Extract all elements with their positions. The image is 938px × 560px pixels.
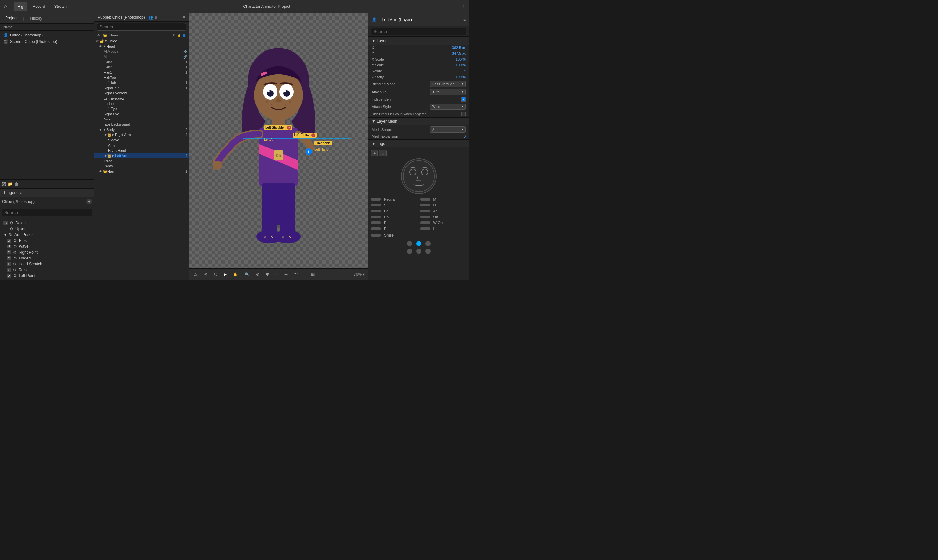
viseme-dot-5[interactable] [425, 249, 431, 254]
trigger-default[interactable]: S ⚙ Default [1, 220, 93, 226]
tag-btn-grid[interactable]: ⊞ [379, 150, 387, 156]
grid-view[interactable]: ▦ [309, 271, 317, 278]
nav-rig[interactable]: Rig [14, 2, 27, 11]
tree-item-hair[interactable]: 👁 👑 Hair 1 [94, 169, 189, 174]
props-search-input[interactable] [371, 28, 467, 35]
triggers-add-icon[interactable]: + [86, 198, 92, 205]
circle-tool[interactable]: ◎ [202, 271, 209, 278]
tab-project[interactable]: Project [3, 15, 19, 22]
project-item-scene[interactable]: 🎬 Scene - Chloe (Photoshop) [1, 38, 93, 45]
magnifier-tool[interactable]: 🔍 [243, 271, 251, 278]
puppet-col-headers: 👁 👑 Name ⚙ 🔒 👤 [94, 32, 189, 38]
tree-item-left-arm[interactable]: 👁 👑 ▶ Left Arm 4 [94, 153, 189, 158]
tree-item-lefthair[interactable]: LeftHair 1 [94, 80, 189, 85]
tree-item-right-eyebrow[interactable]: Right Eyebrow [94, 91, 189, 96]
vis-icon: 👁 [103, 154, 107, 158]
tags-header[interactable]: ▼ Tags [368, 140, 469, 148]
warp-tool[interactable]: ↭ [282, 271, 290, 278]
pentagon-tool[interactable]: ⬡ [212, 271, 219, 278]
puppet-header: Puppet: Chloe (Photoshop) 👥 9 ≡ [94, 13, 189, 22]
viseme-dot-2[interactable] [407, 249, 412, 254]
attach-style-dropdown[interactable]: Weld ▾ [430, 103, 466, 110]
new-item-icon[interactable]: 🖼 [2, 182, 6, 186]
project-item-chloe[interactable]: 👤 Chloe (Photoshop) [1, 32, 93, 38]
puppet-search-input[interactable] [97, 23, 186, 31]
tree-item-hair3[interactable]: Hair3 1 [94, 59, 189, 65]
home-icon[interactable]: ⌂ [4, 3, 7, 9]
attach-to-dropdown[interactable]: Auto ▾ [430, 89, 466, 95]
tree-item-head[interactable]: 👁 ▼ Head [94, 44, 189, 49]
viseme-dot-1[interactable] [407, 241, 412, 246]
mesh-tool[interactable]: ⌗ [274, 271, 280, 278]
folder-icon[interactable]: 📁 [8, 182, 13, 186]
prop-value[interactable]: 0 ° [461, 69, 466, 73]
layer-mesh-header[interactable]: ▼ Layer Mesh [368, 117, 469, 125]
tree-item-righthair[interactable]: RightHair 1 [94, 85, 189, 91]
zoom-dropdown-icon[interactable]: ▾ [363, 272, 365, 277]
blending-mode-dropdown[interactable]: Pass Through ▾ [430, 81, 466, 87]
record-tool[interactable]: ⊙ [254, 271, 261, 278]
trigger-left-point[interactable]: U ⚙ Left Point [5, 273, 93, 279]
link-icon: 🔗 [183, 50, 187, 53]
physics-tool[interactable]: 〜 [292, 270, 300, 278]
viseme-dot-3[interactable] [416, 249, 422, 254]
tree-item-pants[interactable]: Pants [94, 163, 189, 169]
trigger-right-point[interactable]: E ⚙ Right Point [5, 249, 93, 255]
trigger-arm-poses-group[interactable]: ▼ ↻ Arm Poses [1, 232, 93, 238]
tree-item-face-background[interactable]: face background [94, 122, 189, 127]
prop-value[interactable]: 100 % [456, 63, 466, 67]
prop-value[interactable]: 0 [464, 134, 466, 138]
nav-record[interactable]: Record [29, 2, 49, 11]
trigger-upset[interactable]: ⚙ Upset [1, 226, 93, 232]
trigger-wave[interactable]: N ⚙ Wave [5, 243, 93, 249]
tree-item-hair2[interactable]: Hair2 1 [94, 65, 189, 70]
tree-item-right-eye[interactable]: Right Eye [94, 111, 189, 117]
independent-checkbox[interactable]: ✓ [461, 97, 466, 102]
tree-item-chloe[interactable]: 👁 👑 ▼ Chloe [94, 38, 189, 44]
tree-item-left-eyebrow[interactable]: Left Eyebrow [94, 96, 189, 101]
tree-item-right-arm[interactable]: 👁 👑 ▶ Right Arm 4 [94, 132, 189, 137]
tree-item-right-hand[interactable]: Right Hand [94, 148, 189, 153]
tree-item-nose[interactable]: Nose [94, 117, 189, 122]
hand-tool[interactable]: ✋ [231, 271, 240, 278]
tree-item-left-eye[interactable]: Left Eye [94, 106, 189, 111]
prop-value[interactable]: 100 % [456, 75, 466, 79]
trigger-hips[interactable]: Q ⚙ Hips [5, 238, 93, 243]
tag-btn-a[interactable]: A [371, 150, 378, 156]
prop-value[interactable]: 362.5 px [452, 46, 466, 49]
tab-history[interactable]: History [28, 15, 44, 21]
tree-item-hairtop[interactable]: HairTop [94, 75, 189, 80]
tree-item-lashes[interactable]: Lashes [94, 101, 189, 106]
tree-item-mouth[interactable]: Mouth 🔗 [94, 54, 189, 59]
svg-text:×: × [264, 234, 266, 239]
tree-label: LeftHair [103, 81, 184, 85]
triggers-menu-icon[interactable]: ≡ [20, 191, 22, 195]
trigger-head-scratch[interactable]: T ⚙ Head Scratch [5, 261, 93, 267]
tree-item-torso[interactable]: Torso [94, 158, 189, 163]
tree-item-altmouth[interactable]: AltMouth 🔗 [94, 49, 189, 54]
svg-text:×: × [288, 234, 291, 239]
export-icon[interactable]: ↑ [462, 3, 465, 9]
prop-value[interactable]: -347.5 px [451, 51, 466, 55]
hide-others-checkbox[interactable] [461, 112, 466, 116]
canvas-area[interactable]: Ch [189, 13, 368, 268]
viseme-dot-4[interactable] [425, 241, 431, 246]
delete-icon[interactable]: 🗑 [15, 182, 18, 186]
pointer-tool[interactable]: ▶ [222, 271, 229, 278]
tree-item-sleeve[interactable]: Sleeve [94, 137, 189, 143]
mesh-shape-dropdown[interactable]: Auto ▾ [430, 126, 466, 132]
tree-item-body[interactable]: 👁 ▼ Body 2 [94, 127, 189, 132]
prop-value[interactable]: 100 % [456, 57, 466, 61]
tree-item-hair1[interactable]: Hair1 1 [94, 70, 189, 75]
trigger-folded[interactable]: R ⚙ Folded [5, 255, 93, 261]
warning-icon[interactable]: ⚠ [192, 271, 200, 278]
props-menu-icon[interactable]: ≡ [464, 17, 466, 22]
layer-section-header[interactable]: ▼ Layer [368, 37, 469, 45]
trigger-raise[interactable]: Y ⚙ Raise [5, 267, 93, 273]
tree-item-arm[interactable]: Arm [94, 143, 189, 148]
viseme-dot-active[interactable] [416, 241, 422, 246]
triggers-search-input[interactable] [2, 209, 92, 216]
nav-stream[interactable]: Stream [50, 2, 71, 11]
puppet-menu-icon[interactable]: ≡ [183, 15, 185, 20]
bone-tool[interactable]: ✱ [264, 271, 271, 278]
